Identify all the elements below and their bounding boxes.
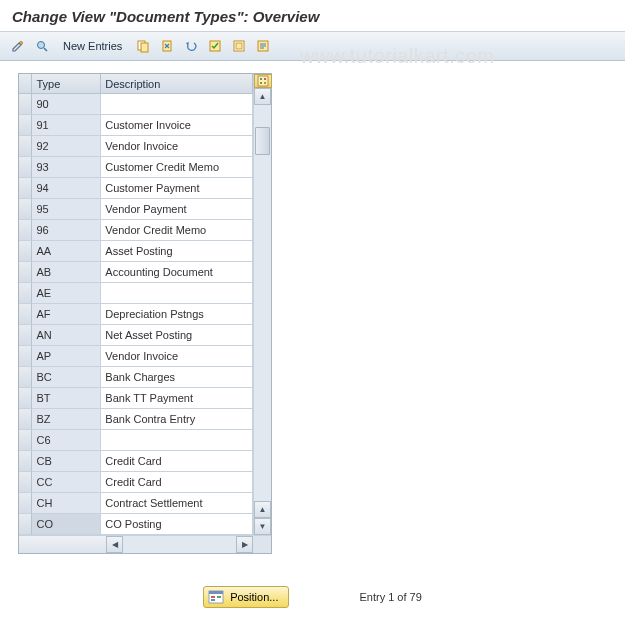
type-cell[interactable]: BT xyxy=(32,388,101,409)
deselect-all-icon[interactable] xyxy=(229,36,249,56)
svg-rect-16 xyxy=(260,78,262,80)
scroll-down-button[interactable]: ▼ xyxy=(254,518,271,535)
type-cell[interactable]: AB xyxy=(32,262,101,283)
horizontal-scrollbar[interactable]: ◀ ▶ xyxy=(19,535,271,553)
row-selector[interactable] xyxy=(19,199,32,220)
table-row: 95Vendor Payment xyxy=(19,199,253,220)
svg-point-0 xyxy=(20,42,23,45)
row-selector[interactable] xyxy=(19,178,32,199)
row-selector[interactable] xyxy=(19,367,32,388)
row-selector[interactable] xyxy=(19,304,32,325)
select-all-rows[interactable] xyxy=(19,74,32,94)
description-cell[interactable]: Bank Charges xyxy=(101,367,253,388)
table-row: BZBank Contra Entry xyxy=(19,409,253,430)
row-selector[interactable] xyxy=(19,283,32,304)
vertical-scrollbar[interactable]: ▲ ▲ ▼ xyxy=(253,74,271,535)
hscroll-track[interactable] xyxy=(123,536,236,553)
scroll-track[interactable] xyxy=(254,105,271,501)
new-entries-button[interactable]: New Entries xyxy=(56,37,129,55)
description-cell[interactable] xyxy=(101,283,253,304)
type-cell[interactable]: CB xyxy=(32,451,101,472)
description-cell[interactable]: Bank Contra Entry xyxy=(101,409,253,430)
type-cell[interactable]: AP xyxy=(32,346,101,367)
type-cell[interactable]: 96 xyxy=(32,220,101,241)
type-cell[interactable]: BZ xyxy=(32,409,101,430)
description-cell[interactable]: Contract Settlement xyxy=(101,493,253,514)
description-cell[interactable]: Customer Invoice xyxy=(101,115,253,136)
type-cell[interactable]: CO xyxy=(32,514,101,535)
type-cell[interactable]: 94 xyxy=(32,178,101,199)
description-cell[interactable]: Net Asset Posting xyxy=(101,325,253,346)
description-cell[interactable]: Credit Card xyxy=(101,472,253,493)
row-selector[interactable] xyxy=(19,493,32,514)
delete-icon[interactable] xyxy=(157,36,177,56)
row-selector[interactable] xyxy=(19,262,32,283)
description-cell[interactable]: Vendor Payment xyxy=(101,199,253,220)
table-row: COCO Posting xyxy=(19,514,253,535)
row-selector[interactable] xyxy=(19,136,32,157)
document-types-table: Type Description 9091Customer Invoice92V… xyxy=(18,73,272,554)
row-selector[interactable] xyxy=(19,451,32,472)
description-cell[interactable]: Asset Posting xyxy=(101,241,253,262)
column-header-type[interactable]: Type xyxy=(32,74,101,94)
svg-line-2 xyxy=(44,48,47,51)
description-cell[interactable]: Credit Card xyxy=(101,451,253,472)
table-settings-icon[interactable] xyxy=(254,74,272,88)
type-cell[interactable]: CH xyxy=(32,493,101,514)
table-row: CHContract Settlement xyxy=(19,493,253,514)
row-selector[interactable] xyxy=(19,346,32,367)
description-cell[interactable]: Vendor Invoice xyxy=(101,346,253,367)
row-selector[interactable] xyxy=(19,325,32,346)
find-icon[interactable] xyxy=(32,36,52,56)
column-header-description[interactable]: Description xyxy=(101,74,253,94)
type-cell[interactable]: CC xyxy=(32,472,101,493)
description-cell[interactable]: Vendor Credit Memo xyxy=(101,220,253,241)
type-cell[interactable]: 92 xyxy=(32,136,101,157)
row-selector[interactable] xyxy=(19,388,32,409)
description-cell[interactable]: Depreciation Pstngs xyxy=(101,304,253,325)
table-row: 91Customer Invoice xyxy=(19,115,253,136)
copy-icon[interactable] xyxy=(133,36,153,56)
row-selector[interactable] xyxy=(19,472,32,493)
type-cell[interactable]: AF xyxy=(32,304,101,325)
scroll-right-button[interactable]: ▶ xyxy=(236,536,253,553)
table-row: 93Customer Credit Memo xyxy=(19,157,253,178)
row-selector[interactable] xyxy=(19,157,32,178)
scroll-up-button[interactable]: ▲ xyxy=(254,88,271,105)
row-selector[interactable] xyxy=(19,241,32,262)
type-cell[interactable]: AN xyxy=(32,325,101,346)
table-row: 92Vendor Invoice xyxy=(19,136,253,157)
description-cell[interactable]: Accounting Document xyxy=(101,262,253,283)
description-cell[interactable]: Vendor Invoice xyxy=(101,136,253,157)
scroll-left-button[interactable]: ◀ xyxy=(106,536,123,553)
row-selector[interactable] xyxy=(19,220,32,241)
entry-status: Entry 1 of 79 xyxy=(359,591,421,603)
type-cell[interactable]: BC xyxy=(32,367,101,388)
row-selector[interactable] xyxy=(19,409,32,430)
type-cell[interactable]: AE xyxy=(32,283,101,304)
toggle-display-change-icon[interactable] xyxy=(8,36,28,56)
description-cell[interactable] xyxy=(101,94,253,115)
description-cell[interactable]: Customer Credit Memo xyxy=(101,157,253,178)
type-cell[interactable]: 91 xyxy=(32,115,101,136)
description-cell[interactable] xyxy=(101,430,253,451)
type-cell[interactable]: 95 xyxy=(32,199,101,220)
row-selector[interactable] xyxy=(19,514,32,535)
select-all-icon[interactable] xyxy=(205,36,225,56)
print-icon[interactable] xyxy=(253,36,273,56)
type-cell[interactable]: AA xyxy=(32,241,101,262)
row-selector[interactable] xyxy=(19,430,32,451)
row-selector[interactable] xyxy=(19,115,32,136)
type-cell[interactable]: 93 xyxy=(32,157,101,178)
description-cell[interactable]: Bank TT Payment xyxy=(101,388,253,409)
row-selector[interactable] xyxy=(19,94,32,115)
description-cell[interactable]: Customer Payment xyxy=(101,178,253,199)
type-cell[interactable]: C6 xyxy=(32,430,101,451)
position-button[interactable]: Position... xyxy=(203,586,289,608)
type-cell[interactable]: 90 xyxy=(32,94,101,115)
description-cell[interactable]: CO Posting xyxy=(101,514,253,535)
scroll-thumb[interactable] xyxy=(255,127,270,155)
scroll-up-step-button[interactable]: ▲ xyxy=(254,501,271,518)
table-row: BTBank TT Payment xyxy=(19,388,253,409)
undo-icon[interactable] xyxy=(181,36,201,56)
